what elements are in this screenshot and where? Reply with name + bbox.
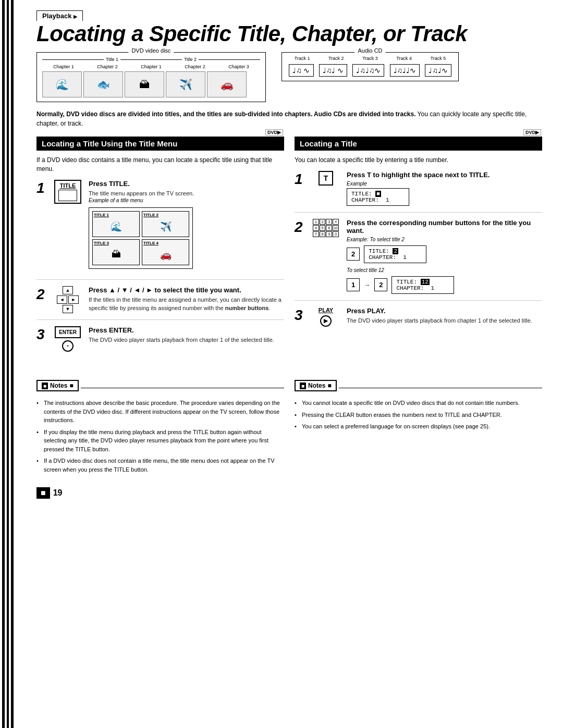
title-cell-4-label: TITLE 4: [143, 241, 188, 245]
col-right: DVD▶ Locating a Title You can locate a s…: [295, 137, 542, 364]
notes-left-icon: ■: [42, 382, 48, 389]
left-bars: [0, 0, 16, 728]
enter-button-label: ENTER: [55, 326, 81, 338]
thumbs-row: 🌊 🐟 🏔 ✈️ 🚗: [42, 71, 260, 97]
left-section-title: Locating a Title Using the Title Menu: [42, 139, 177, 148]
arrow-left-btn[interactable]: ◄: [57, 295, 67, 304]
chapter-2-label: Chapter 2: [86, 64, 129, 69]
thumb-1: 🌊: [42, 71, 82, 97]
two-col-sections: DVD▶ Locating a Title Using the Title Me…: [36, 137, 542, 364]
select-12-btn1[interactable]: 1: [347, 278, 360, 291]
select-12-btn2[interactable]: 2: [374, 278, 387, 291]
right-step-1-screen: TITLE: ■ CHAPTER: 1: [347, 188, 409, 206]
right-section-intro: You can locate a specific title by enter…: [295, 156, 542, 165]
left-step-1-title: Press TITLE.: [89, 180, 284, 188]
right-step-2: 2 1 2 3 ≡ 4 5 6 10 7 8 9 0: [295, 219, 542, 301]
notes-right-header-row: ■ Notes ■: [295, 380, 542, 396]
title-cell-1-img: 🌊: [94, 217, 138, 236]
chapter-3-label: Chapter 1: [130, 64, 173, 69]
left-section-header: DVD▶ Locating a Title Using the Title Me…: [36, 137, 284, 151]
left-bar-2: [7, 0, 9, 728]
dvd-titles-container: Title 1 Title 2: [42, 56, 260, 63]
chapter-5-label: Chapter 3: [217, 64, 260, 69]
left-step-1-desc: The title menu appears on the TV screen.: [89, 190, 284, 198]
right-step-2-icons: 1 2 3 ≡ 4 5 6 10 7 8 9 0: [310, 219, 341, 237]
notes-left-icon-right: ■: [69, 382, 73, 389]
right-step-3: 3 PLAY ▶ Press PLAY. The DVD video playe…: [295, 307, 542, 333]
left-step-2-num: 2: [36, 287, 47, 302]
title-cell-2-label: TITLE 2: [143, 213, 188, 217]
left-step-2-content: Press ▲ / ▼ / ◄ / ► to select the title …: [89, 286, 284, 312]
line-seg-2: [120, 59, 182, 60]
chapter-4-label: Chapter 2: [174, 64, 216, 69]
dvd-title1-label: Title 1: [104, 57, 120, 62]
page-title: Locating a Specific Title, Chapter, or T…: [36, 22, 542, 46]
notes-area: ■ Notes ■ The instructions above describ…: [36, 380, 542, 477]
dvd-diagram: DVD video disc Title 1 Title 2 Chapter 1…: [36, 52, 266, 102]
music-note-4: ♩♫♩♩∿: [390, 64, 420, 77]
right-step-2-row2: 1 → 2 TITLE: 12CHAPTER: 1: [347, 276, 542, 294]
right-step-3-title: Press PLAY.: [347, 307, 542, 315]
cd-diagram: Audio CD Track 1 Track 2 Track 3 Track 4…: [282, 52, 459, 81]
title-cell-1: TITLE 1 🌊: [92, 211, 140, 237]
screen-highlight: ■: [375, 191, 381, 197]
left-step-2-title: Press ▲ / ▼ / ◄ / ► to select the title …: [89, 286, 284, 294]
notes-right-label: Notes: [308, 382, 325, 389]
dvd-title2-label: Title 2: [182, 57, 199, 62]
notes-right-line: [339, 388, 542, 388]
breadcrumb-tab: Playback: [36, 10, 83, 21]
notes-right-header: ■ Notes ■: [295, 380, 337, 391]
notes-left-label: Notes: [50, 382, 67, 389]
right-step-2-example2: To select title 12: [347, 267, 542, 273]
left-step-1-num: 1: [36, 181, 47, 195]
notes-col-right: ■ Notes ■ You cannot locate a specific t…: [295, 380, 542, 477]
play-button-circle[interactable]: ▶: [320, 315, 332, 327]
t-button[interactable]: T: [319, 171, 333, 186]
tracks-row: Track 1 Track 2 Track 3 Track 4 Track 5: [287, 56, 453, 61]
page-container: Playback Locating a Specific Title, Chap…: [0, 0, 563, 728]
page-number-area: ■ 19: [36, 487, 542, 499]
right-section-header: DVD▶ Locating a Title: [295, 137, 542, 151]
title-button: TITLE: [54, 180, 81, 204]
notes-left-line: [81, 388, 284, 388]
left-step-3-title: Press ENTER.: [89, 326, 284, 334]
title-cell-2-img: ✈️: [143, 217, 188, 236]
select-2-btn[interactable]: 2: [347, 248, 360, 261]
right-step-2-screen1: TITLE: 2CHAPTER: 1: [364, 245, 426, 263]
title-cell-1-label: TITLE 1: [94, 213, 138, 217]
left-step-1-icons: TITLE: [52, 180, 83, 204]
thumb-5: 🚗: [207, 71, 247, 97]
page-number-value: 19: [53, 488, 63, 498]
right-step-2-num: 2: [295, 220, 305, 235]
right-step-3-icons: PLAY ▶: [310, 307, 341, 327]
description-bold: Normally, DVD video discs are divided in…: [36, 110, 416, 118]
left-bar-1: [2, 0, 5, 728]
right-step-2-screen2: TITLE: 12CHAPTER: 1: [391, 276, 454, 294]
notes-left-header: ■ Notes ■: [36, 380, 79, 391]
music-note-5: ♩♫♩∿: [425, 64, 451, 77]
right-step-2-content: Press the corresponding number buttons f…: [347, 219, 542, 294]
title-cell-4: TITLE 4 🚗: [142, 239, 189, 265]
left-step-1-content: Press TITLE. The title menu appears on t…: [89, 180, 284, 273]
left-step-3: 3 ENTER • Press ENTER. The DVD video pla…: [36, 326, 284, 358]
title-button-box: [58, 190, 77, 201]
arrow-right-12: →: [364, 281, 370, 289]
enter-button-circle[interactable]: •: [62, 340, 74, 352]
line-seg-1: [42, 59, 104, 60]
numpad-icon: 1 2 3 ≡ 4 5 6 10 7 8 9 0: [313, 219, 339, 237]
arrow-down-btn[interactable]: ▼: [63, 305, 73, 313]
thumb-4: ✈️: [166, 71, 205, 97]
dvd-diagram-label: DVD video disc: [128, 47, 174, 54]
arrow-row: ◄ ►: [57, 295, 79, 304]
arrow-right-btn[interactable]: ►: [68, 295, 79, 304]
right-step-1-icons: T: [310, 171, 341, 186]
notes-right-icon: ■: [300, 382, 306, 389]
music-note-3: ♩♫♩♫∿: [352, 64, 384, 77]
title-cell-3-label: TITLE 3: [94, 241, 138, 245]
line-seg-3: [199, 59, 260, 60]
title-button-label: TITLE: [58, 182, 77, 189]
left-step-2: 2 ▲ ◄ ► ▼ Press ▲ / ▼ / ◄ / ► to select …: [36, 286, 284, 320]
thumb-2: 🐟: [83, 71, 123, 97]
arrow-up-btn[interactable]: ▲: [63, 286, 73, 294]
right-step-1: 1 T Press T to highlight the space next …: [295, 171, 542, 213]
